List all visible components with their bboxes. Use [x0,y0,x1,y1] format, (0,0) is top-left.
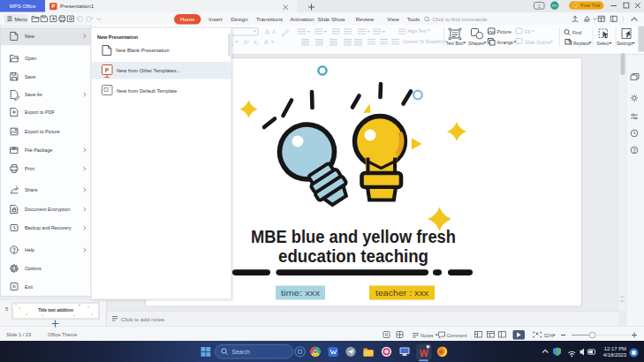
svg-text:1: 1 [538,4,541,9]
svg-text:Export to Picture: Export to Picture [25,129,60,134]
svg-text:Export to PDF: Export to PDF [25,109,56,115]
svg-text:New Blank Presentation: New Blank Presentation [116,48,170,53]
svg-text:File Package: File Package [25,147,52,153]
svg-text:12:17 PM: 12:17 PM [604,346,626,351]
svg-text:Picture: Picture [497,29,512,34]
svg-text:Save: Save [25,74,35,79]
svg-text:Save As: Save As [25,92,42,97]
svg-text:Home: Home [180,16,195,22]
svg-text:Find: Find [572,30,581,35]
svg-text:Replace: Replace [573,41,590,46]
svg-text:Exit: Exit [25,284,33,290]
svg-text:32%: 32% [544,333,554,338]
svg-text:Arrange: Arrange [497,40,514,45]
svg-text:Tools: Tools [407,16,420,22]
svg-text:W: W [420,348,428,358]
svg-text:A: A [272,29,276,34]
svg-text:Options: Options [25,266,42,271]
svg-text:teacher : xxx: teacher : xxx [375,288,428,298]
svg-text:education teaching: education teaching [278,246,428,266]
svg-text:P: P [51,4,55,9]
svg-text:Slide Outline: Slide Outline [525,40,551,45]
svg-text:P: P [105,67,110,73]
svg-text:Settings: Settings [617,41,633,46]
svg-text:New: New [25,34,34,39]
svg-text:Align Text: Align Text [407,28,427,34]
svg-text:Slide 1 / 23: Slide 1 / 23 [6,332,31,337]
svg-text:Office Theme: Office Theme [48,332,77,337]
svg-text:New Presentation: New Presentation [97,34,139,40]
svg-text:New from Other Templates...: New from Other Templates... [117,68,181,73]
svg-text:Backup and Recovery: Backup and Recovery [25,225,72,230]
svg-text:PC: PC [552,4,557,8]
svg-text:Open: Open [25,56,36,61]
svg-text:MBE blue and yellow fresh: MBE blue and yellow fresh [251,227,456,246]
svg-text:time: xxx: time: xxx [281,288,320,298]
svg-text:Title text addition: Title text addition [38,308,73,313]
svg-text:Click to add notes: Click to add notes [121,316,164,322]
svg-text:Notes: Notes [420,333,434,338]
svg-text:Review: Review [356,16,375,22]
svg-text:Document Encryption: Document Encryption [25,207,71,212]
svg-text:Fill: Fill [525,29,531,34]
svg-text:Animation: Animation [290,16,314,22]
svg-text:Presentation1: Presentation1 [60,3,95,9]
svg-text:WPS Office: WPS Office [10,4,36,9]
svg-text:Shapes: Shapes [468,41,484,46]
svg-text:Insert: Insert [208,16,223,22]
svg-text:Text Box: Text Box [446,41,464,46]
svg-text:5: 5 [5,306,8,312]
svg-text:View: View [387,16,399,22]
svg-text:4/18/2023: 4/18/2023 [603,352,627,358]
svg-text:A: A [265,28,269,36]
svg-text:Print: Print [25,166,35,171]
svg-text:Search: Search [232,349,251,355]
svg-text:Click to find commands: Click to find commands [433,17,488,22]
svg-text:x₂: x₂ [254,39,260,45]
svg-text:Design: Design [231,16,248,22]
svg-text:Comment: Comment [447,333,467,338]
svg-text:x²: x² [244,39,250,45]
svg-text:Convert To SmartArt: Convert To SmartArt [403,39,443,44]
svg-text:Share: Share [25,187,37,192]
svg-text:New from Default Template: New from Default Template [117,88,178,94]
svg-text:Menu: Menu [15,17,28,22]
svg-text:Transitions: Transitions [256,16,283,22]
svg-text:Select: Select [597,41,610,46]
svg-text:Help: Help [25,247,34,253]
svg-text:Free Trial: Free Trial [581,3,601,8]
svg-text:Slide Show: Slide Show [318,16,345,22]
svg-text:A: A [264,39,269,45]
